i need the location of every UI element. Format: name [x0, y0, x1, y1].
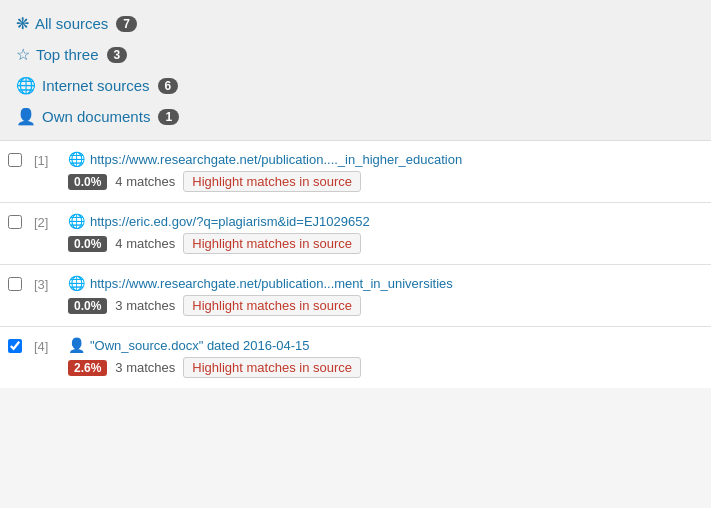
- result-url-4[interactable]: "Own_source.docx" dated 2016-04-15: [90, 338, 310, 353]
- nav-item-all-sources[interactable]: ❋ All sources 7: [12, 8, 699, 39]
- table-row: [2] 🌐 https://eric.ed.gov/?q=plagiarism&…: [0, 203, 711, 265]
- nav-badge-top-three: 3: [107, 47, 128, 63]
- results-section: [1] 🌐 https://www.researchgate.net/publi…: [0, 141, 711, 388]
- nav-badge-own-documents: 1: [158, 109, 179, 125]
- nav-label-own-documents: Own documents: [42, 108, 150, 125]
- person-icon-4: 👤: [68, 337, 85, 353]
- result-content-3: 🌐 https://www.researchgate.net/publicati…: [68, 275, 703, 316]
- highlight-btn-4[interactable]: Highlight matches in source: [183, 357, 361, 378]
- nav-label-internet-sources: Internet sources: [42, 77, 150, 94]
- matches-text-4: 3 matches: [115, 360, 175, 375]
- asterisk-icon: ❋: [16, 14, 29, 33]
- result-content-2: 🌐 https://eric.ed.gov/?q=plagiarism&id=E…: [68, 213, 703, 254]
- result-checkbox-3[interactable]: [8, 277, 22, 291]
- result-checkbox-4[interactable]: [8, 339, 22, 353]
- highlight-btn-1[interactable]: Highlight matches in source: [183, 171, 361, 192]
- nav-badge-all-sources: 7: [116, 16, 137, 32]
- index-col-4: [4]: [34, 337, 62, 354]
- globe-nav-icon: 🌐: [16, 76, 36, 95]
- checkbox-col: [8, 151, 28, 170]
- index-col-2: [2]: [34, 213, 62, 230]
- checkbox-col: [8, 213, 28, 232]
- result-url-3[interactable]: https://www.researchgate.net/publication…: [90, 276, 453, 291]
- index-col-3: [3]: [34, 275, 62, 292]
- highlight-btn-2[interactable]: Highlight matches in source: [183, 233, 361, 254]
- matches-text-2: 4 matches: [115, 236, 175, 251]
- table-row: [3] 🌐 https://www.researchgate.net/publi…: [0, 265, 711, 327]
- percent-badge-3: 0.0%: [68, 298, 107, 314]
- result-url-2[interactable]: https://eric.ed.gov/?q=plagiarism&id=EJ1…: [90, 214, 370, 229]
- nav-item-own-documents[interactable]: 👤 Own documents 1: [12, 101, 699, 132]
- matches-text-3: 3 matches: [115, 298, 175, 313]
- nav-label-all-sources: All sources: [35, 15, 108, 32]
- globe-icon-3: 🌐: [68, 275, 85, 291]
- nav-section: ❋ All sources 7 ☆ Top three 3 🌐 Internet…: [0, 0, 711, 141]
- percent-badge-4: 2.6%: [68, 360, 107, 376]
- result-content-1: 🌐 https://www.researchgate.net/publicati…: [68, 151, 703, 192]
- result-content-4: 👤 "Own_source.docx" dated 2016-04-15 2.6…: [68, 337, 703, 378]
- highlight-btn-3[interactable]: Highlight matches in source: [183, 295, 361, 316]
- person-nav-icon: 👤: [16, 107, 36, 126]
- table-row: [1] 🌐 https://www.researchgate.net/publi…: [0, 141, 711, 203]
- result-url-1[interactable]: https://www.researchgate.net/publication…: [90, 152, 462, 167]
- nav-item-internet-sources[interactable]: 🌐 Internet sources 6: [12, 70, 699, 101]
- matches-text-1: 4 matches: [115, 174, 175, 189]
- percent-badge-2: 0.0%: [68, 236, 107, 252]
- index-col-1: [1]: [34, 151, 62, 168]
- percent-badge-1: 0.0%: [68, 174, 107, 190]
- star-icon: ☆: [16, 45, 30, 64]
- table-row: [4] 👤 "Own_source.docx" dated 2016-04-15…: [0, 327, 711, 388]
- globe-icon-1: 🌐: [68, 151, 85, 167]
- checkbox-col: [8, 275, 28, 294]
- nav-badge-internet-sources: 6: [158, 78, 179, 94]
- nav-item-top-three[interactable]: ☆ Top three 3: [12, 39, 699, 70]
- checkbox-col: [8, 337, 28, 356]
- result-checkbox-1[interactable]: [8, 153, 22, 167]
- result-checkbox-2[interactable]: [8, 215, 22, 229]
- globe-icon-2: 🌐: [68, 213, 85, 229]
- nav-label-top-three: Top three: [36, 46, 99, 63]
